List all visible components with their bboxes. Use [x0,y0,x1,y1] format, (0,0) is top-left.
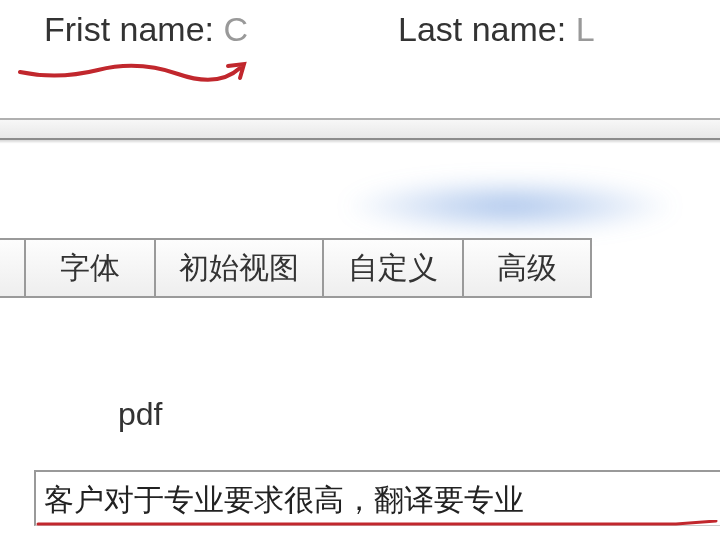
tab-label: 初始视图 [179,248,299,289]
blurred-region [340,178,680,234]
note-input[interactable]: 客户对于专业要求很高，翻译要专业 [34,470,720,526]
tab-custom[interactable]: 自定义 [324,240,464,296]
tab-label: 字体 [60,248,120,289]
annotation-underline-icon [36,520,720,528]
file-extension-label: pdf [118,396,162,433]
tab-advanced[interactable]: 高级 [464,240,592,296]
tab-label: 自定义 [348,248,438,289]
first-name-label: Frist name: [44,10,223,48]
tab-label: 高级 [497,248,557,289]
last-name-label: Last name: [398,10,576,48]
tab-initial-view[interactable]: 初始视图 [156,240,324,296]
window-titlebar [0,118,720,140]
note-text: 客户对于专业要求很高，翻译要专业 [44,483,524,516]
last-name-field: Last name: L [398,10,595,49]
tab-partial[interactable] [0,240,26,296]
first-name-field: Frist name: C [44,10,248,49]
tab-font[interactable]: 字体 [26,240,156,296]
name-row: Frist name: C Last name: L [0,10,720,80]
first-name-value: C [223,10,248,48]
tab-strip: 字体 初始视图 自定义 高级 [0,238,592,298]
last-name-value: L [576,10,595,48]
spellcheck-underline-icon [18,60,248,90]
